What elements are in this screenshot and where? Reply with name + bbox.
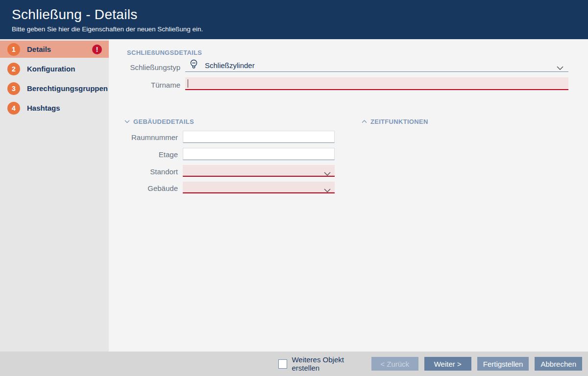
step-hashtags[interactable]: 4 Hashtags (0, 99, 109, 117)
building-dropdown[interactable] (183, 182, 335, 193)
create-another-object-label: Weiteres Objekt erstellen (292, 355, 371, 372)
wizard-steps-sidebar: 1 Details ! 2 Konfiguration 3 Berechtigu… (0, 39, 109, 352)
chevron-down-icon (324, 186, 331, 194)
lock-cylinder-icon (190, 59, 198, 71)
section-toggle-gebaeudedetails[interactable]: GEBÄUDEDETAILS (124, 118, 194, 125)
wizard-header: Schließung - Details Bitte geben Sie hie… (0, 0, 588, 39)
wizard-window: Schließung - Details Bitte geben Sie hie… (0, 0, 588, 376)
section-title-gebaeudedetails: GEBÄUDEDETAILS (133, 118, 194, 125)
step-number-badge: 1 (7, 43, 20, 56)
wizard-footer: Weiteres Objekt erstellen < Zurück Weite… (0, 352, 588, 376)
step-details[interactable]: 1 Details ! (0, 41, 109, 58)
floor-label: Etage (109, 150, 178, 159)
chevron-down-icon (124, 120, 130, 123)
create-another-object-checkbox[interactable] (278, 359, 287, 369)
door-name-label: Türname (109, 81, 180, 89)
back-button[interactable]: < Zurück (371, 357, 418, 371)
step-konfiguration[interactable]: 2 Konfiguration (0, 60, 109, 77)
step-number-badge: 2 (7, 63, 20, 75)
step-number-badge: 4 (7, 102, 20, 115)
step-label: Berechtigungsgruppen (27, 84, 108, 93)
room-number-label: Raumnummer (109, 133, 178, 141)
step-number-badge: 3 (7, 82, 20, 95)
page-subtitle: Bitte geben Sie hier die Eigenschaften d… (12, 25, 588, 33)
door-name-input[interactable] (185, 77, 568, 90)
section-title-schliessungsdetails: SCHLIEßUNGSDETAILS (127, 49, 202, 56)
cancel-button[interactable]: Abbrechen (535, 357, 582, 371)
floor-input[interactable] (183, 148, 335, 160)
finish-button[interactable]: Fertigstellen (477, 357, 529, 371)
locking-type-label: Schließungstyp (109, 63, 180, 71)
create-another-object-option[interactable]: Weiteres Objekt erstellen (278, 355, 371, 372)
chevron-down-icon (324, 169, 331, 178)
validation-error-icon: ! (92, 45, 102, 54)
location-label: Standort (109, 167, 178, 176)
location-dropdown[interactable] (183, 165, 335, 177)
chevron-up-icon (362, 120, 367, 123)
step-label: Details (27, 45, 51, 53)
room-number-input[interactable] (183, 131, 335, 143)
details-form: SCHLIEßUNGSDETAILS Schließungstyp Schlie… (109, 39, 588, 352)
step-berechtigungsgruppen[interactable]: 3 Berechtigungsgruppen (0, 80, 109, 97)
locking-type-value: Schließzylinder (205, 61, 255, 70)
page-title: Schließung - Details (12, 7, 588, 23)
footer-buttons: < Zurück Weiter > Fertigstellen Abbreche… (371, 357, 582, 371)
next-button[interactable]: Weiter > (424, 357, 471, 371)
building-label: Gebäude (109, 184, 178, 192)
text-cursor (188, 79, 188, 88)
locking-type-dropdown[interactable]: Schließzylinder (185, 59, 568, 72)
chevron-down-icon (557, 63, 564, 72)
section-toggle-zeitfunktionen[interactable]: ZEITFUNKTIONEN (362, 118, 428, 125)
step-label: Hashtags (27, 104, 60, 112)
step-label: Konfiguration (27, 65, 75, 73)
section-title-zeitfunktionen: ZEITFUNKTIONEN (370, 118, 428, 125)
